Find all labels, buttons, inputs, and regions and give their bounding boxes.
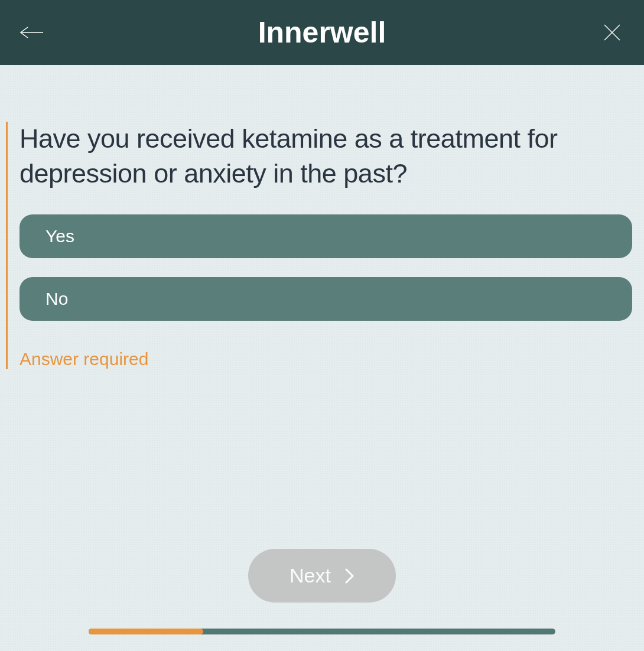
back-button[interactable] <box>19 19 45 45</box>
close-icon <box>603 23 622 42</box>
brand-text: Innerwell <box>258 15 386 50</box>
progress-fill <box>89 629 203 634</box>
options-list: Yes No <box>19 214 632 321</box>
validation-message: Answer required <box>19 349 632 369</box>
question-content: Have you received ketamine as a treatmen… <box>0 65 644 549</box>
arrow-left-icon <box>19 27 44 38</box>
option-yes[interactable]: Yes <box>19 214 632 258</box>
close-button[interactable] <box>599 19 625 45</box>
brand-logo: Innerwell <box>258 15 386 50</box>
option-no[interactable]: No <box>19 277 632 321</box>
footer: Next <box>0 549 644 651</box>
app-header: Innerwell <box>0 0 644 65</box>
next-button[interactable]: Next <box>248 549 396 603</box>
chevron-right-icon <box>345 568 354 584</box>
next-button-label: Next <box>290 564 331 587</box>
question-block: Have you received ketamine as a treatmen… <box>6 122 632 369</box>
progress-bar <box>89 629 555 634</box>
question-text: Have you received ketamine as a treatmen… <box>19 122 632 191</box>
